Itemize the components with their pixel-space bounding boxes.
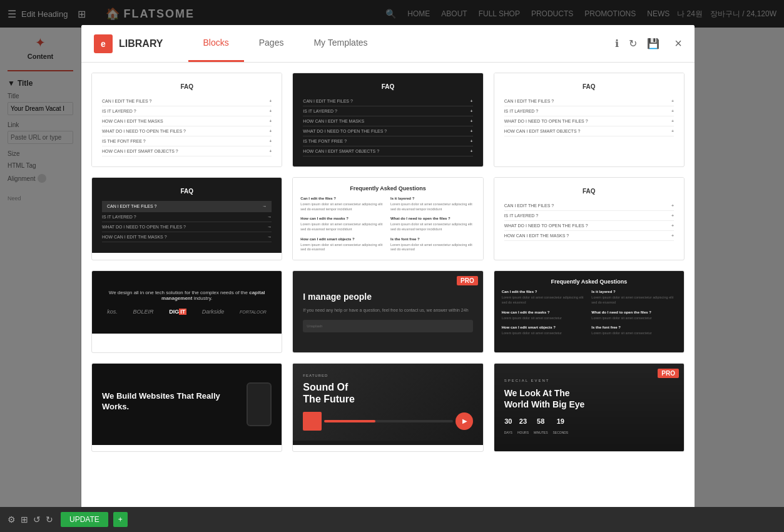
undo-icon[interactable]: ↺: [33, 514, 41, 524]
tab-blocks[interactable]: Blocks: [188, 25, 244, 62]
layout-icon[interactable]: ⊞: [21, 514, 28, 524]
update-plus-button[interactable]: +: [113, 512, 128, 527]
template-card-websites[interactable]: We Build Websites That Really Works.: [91, 363, 282, 452]
template-card-faq-light-2[interactable]: FAQ CAN I EDIT THE FILES ?+ IS IT LAYERE…: [494, 73, 685, 167]
template-card-faq-light-1[interactable]: FAQ CAN I EDIT THE FILES ?+ IS IT LAYERE…: [91, 73, 282, 167]
library-icon: e: [94, 34, 113, 53]
template-card-faq-dark-1[interactable]: FAQ CAN I EDIT THE FILES ?+ IS IT LAYERE…: [292, 73, 483, 167]
phone-mockup: [247, 382, 272, 426]
tab-pages[interactable]: Pages: [244, 25, 299, 62]
template-card-hero-manage[interactable]: PRO I manage people If you need any help…: [292, 270, 483, 353]
template-card-faq-two-col-light[interactable]: Frequently Asked Questions Can I edit th…: [292, 177, 483, 260]
modal-header: e LIBRARY Blocks Pages My Templates ℹ ↻ …: [81, 25, 695, 63]
settings-icon[interactable]: ⚙: [8, 514, 16, 524]
library-modal: e LIBRARY Blocks Pages My Templates ℹ ↻ …: [81, 25, 695, 526]
modal-body: FAQ CAN I EDIT THE FILES ?+ IS IT LAYERE…: [81, 63, 695, 526]
info-icon[interactable]: ℹ: [615, 38, 619, 49]
modal-header-actions: ℹ ↻ 💾 ×: [615, 36, 682, 51]
redo-icon[interactable]: ↻: [46, 514, 53, 524]
modal-tabs: Blocks Pages My Templates: [188, 25, 383, 62]
pro-badge: PRO: [457, 276, 478, 285]
update-button[interactable]: UPDATE: [61, 512, 108, 527]
save-icon[interactable]: 💾: [647, 38, 659, 49]
template-card-faq-dark-accordion[interactable]: FAQ CAN I EDIT THE FILES ?→ IS IT LAYERE…: [91, 177, 282, 260]
modal-title: LIBRARY: [119, 38, 163, 49]
template-card-faq-light-3[interactable]: FAQ CAN I EDIT THE FILES ?+ IS IT LAYERE…: [494, 177, 685, 260]
refresh-icon[interactable]: ↻: [629, 38, 637, 49]
template-grid: FAQ CAN I EDIT THE FILES ?+ IS IT LAYERE…: [81, 63, 695, 526]
close-icon[interactable]: ×: [675, 36, 682, 51]
template-card-event-hero[interactable]: PRO SPECIAL EVENT We Look At TheWorld Wi…: [494, 363, 685, 452]
template-card-logos-dark[interactable]: We design all in one tech solution for t…: [91, 270, 282, 353]
tab-my-templates[interactable]: My Templates: [298, 25, 382, 62]
template-card-sound-future[interactable]: FEATURED Sound OfThe Future ▶: [292, 363, 483, 452]
template-card-faq-two-col-dark[interactable]: Frequently Asked Questions Can I edit th…: [494, 270, 685, 353]
pro-badge-event: PRO: [658, 369, 679, 378]
